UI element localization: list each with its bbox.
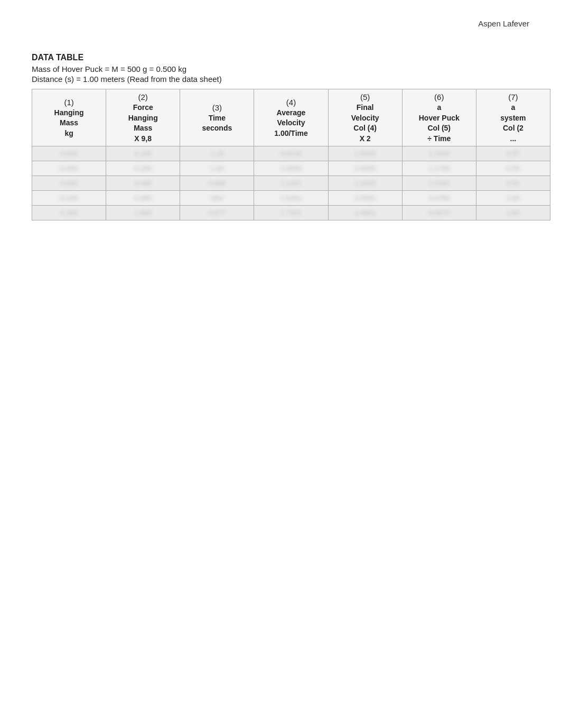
col-header-6: (6) a Hover Puck Col (5) ÷ Time [402,89,476,146]
cell: 0.020 [32,146,106,161]
table-row: 0.200 1.960 0.577 1.7331 3.4661 6.0070 2… [32,206,550,220]
cell: 3.4661 [328,206,402,220]
subtitle-line1: Mass of Hover Puck = M = 500 g = 0.500 k… [32,64,550,73]
cell: 1.00 [180,161,254,176]
col-header-2: (2) Force Hanging Mass X 9,8 [106,89,180,146]
cell: 2.80 [476,206,550,220]
cell: 1.23 [180,146,254,161]
cell: 3.0581 [328,191,402,206]
col-header-1: (1) Hanging Mass kg [32,89,106,146]
table-row: 0.050 0.490 0.888 1.1261 2.2523 2.5363 0… [32,176,550,191]
cell: 2.0000 [328,161,402,176]
col-header-5: (5) Final Velocity Col (4) X 2 [328,89,402,146]
cell: 0.577 [180,206,254,220]
cell: 1.1261 [254,176,328,191]
cell: 0.37 [476,146,550,161]
cell: 4.6760 [402,191,476,206]
cell: 0.030 [32,161,106,176]
cell: 1.65 [476,191,550,206]
cell: 1.6260 [328,146,402,161]
cell: 0.8130 [254,146,328,161]
cell: 0.294 [106,161,180,176]
subtitle-line2: Distance (s) = 1.00 meters (Read from th… [32,75,550,84]
cell: 1.7331 [254,206,328,220]
cell: 0.888 [180,176,254,191]
table-row: 0.030 0.294 1.00 1.0000 2.0000 1.1750 0.… [32,161,550,176]
cell: 2.2523 [328,176,402,191]
cell: 1.3220 [402,146,476,161]
table-row: 0.020 0.196 1.23 0.8130 1.6260 1.3220 0.… [32,146,550,161]
col-header-7: (7) a system Col (2 ... [476,89,550,146]
data-table: (1) Hanging Mass kg (2) Force Hanging Ma… [32,89,550,220]
cell: 654 [180,191,254,206]
col-header-4: (4) Average Velocity 1.00/Time [254,89,328,146]
cell: 0.490 [106,176,180,191]
cell: 6.0070 [402,206,476,220]
cell: 0.050 [32,176,106,191]
cell: 1.5291 [254,191,328,206]
cell: 1.960 [106,206,180,220]
col-header-3: (3) Time seconds [180,89,254,146]
author-name: Aspen Lafever [478,19,529,28]
header-row: (1) Hanging Mass kg (2) Force Hanging Ma… [32,89,550,146]
cell: 1.0000 [254,161,328,176]
cell: 0.100 [32,191,106,206]
table-title: DATA TABLE [32,53,550,62]
cell: 0.980 [106,191,180,206]
cell: 0.200 [32,206,106,220]
cell: 1.1750 [402,161,476,176]
cell: 0.196 [106,146,180,161]
cell: 0.55 [476,161,550,176]
cell: 0.91 [476,176,550,191]
main-content: DATA TABLE Mass of Hover Puck = M = 500 … [32,53,550,220]
title-block: DATA TABLE Mass of Hover Puck = M = 500 … [32,53,550,84]
table-row: 0.100 0.980 654 1.5291 3.0581 4.6760 1.6… [32,191,550,206]
cell: 2.5363 [402,176,476,191]
